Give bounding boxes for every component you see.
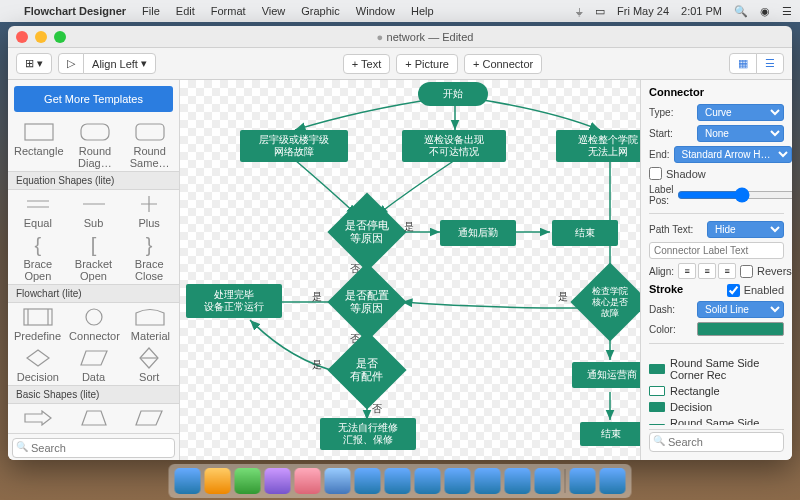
node-end-2[interactable]: 结束	[580, 422, 640, 446]
shape-parallelogram[interactable]	[125, 406, 173, 431]
shape-equal[interactable]: Equal	[14, 192, 62, 229]
shape-trapezoid[interactable]	[70, 406, 118, 431]
dock-app[interactable]	[385, 468, 411, 494]
menu-graphic[interactable]: Graphic	[301, 5, 340, 17]
menu-edit[interactable]: Edit	[176, 5, 195, 17]
align-center-button[interactable]: ≡	[698, 263, 716, 279]
view-list-button[interactable]: ☰	[756, 53, 784, 74]
shape-predefine[interactable]: Predefine	[14, 305, 61, 342]
node-fault[interactable]: 层宇级或楼宇级 网络故障	[240, 130, 348, 162]
node-end-1[interactable]: 结束	[552, 220, 618, 246]
node-cant-fix[interactable]: 无法自行维修 汇报、保修	[320, 418, 416, 450]
dock-app[interactable]	[445, 468, 471, 494]
svg-rect-1	[81, 124, 109, 140]
menu-file[interactable]: File	[142, 5, 160, 17]
list-item[interactable]: Decision	[649, 399, 784, 415]
dock-app[interactable]	[205, 468, 231, 494]
node-done[interactable]: 处理完毕 设备正常运行	[186, 284, 282, 318]
dock-app[interactable]	[600, 468, 626, 494]
color-swatch[interactable]	[697, 322, 784, 336]
node-notify-isp[interactable]: 通知运营商	[572, 362, 640, 388]
minimize-button[interactable]	[35, 31, 47, 43]
shape-rectangle[interactable]: Rectangle	[14, 120, 64, 169]
node-power-decision[interactable]: 是否停电 等原因	[327, 192, 406, 271]
menu-help[interactable]: Help	[411, 5, 434, 17]
node-core-decision[interactable]: 检查学院 核心是否 故障	[570, 262, 640, 341]
align-dropdown[interactable]: Align Left ▾	[83, 53, 156, 74]
start-label: Start:	[649, 128, 693, 139]
objects-search-input[interactable]	[649, 432, 784, 452]
enabled-checkbox[interactable]	[727, 284, 740, 297]
get-templates-button[interactable]: Get More Templates	[14, 86, 173, 112]
section-equation[interactable]: Equation Shapes (lite)	[8, 171, 179, 190]
shape-sort[interactable]: Sort	[125, 346, 173, 383]
list-item[interactable]: Round Same Side Corner Rec	[649, 355, 784, 383]
dock-app[interactable]	[535, 468, 561, 494]
dock-app[interactable]	[505, 468, 531, 494]
window-title: ● network — Edited	[66, 30, 784, 44]
end-select[interactable]: Standard Arrow H…	[674, 146, 792, 163]
shape-plus[interactable]: Plus	[125, 192, 173, 229]
zoom-button[interactable]	[54, 31, 66, 43]
dock-app[interactable]	[235, 468, 261, 494]
shape-round-diag[interactable]: Round Diag…	[72, 120, 119, 169]
canvas[interactable]: 开始 层宇级或楼宇级 网络故障 巡检设备出现 不可达情况 巡检整个学院 无法上网…	[180, 80, 640, 460]
type-select[interactable]: Curve	[697, 104, 784, 121]
view-grid-button[interactable]: ▦	[729, 53, 757, 74]
list-item[interactable]: Round Same Side Corner Rec	[649, 415, 784, 425]
dock-app[interactable]	[175, 468, 201, 494]
pointer-tool[interactable]: ▷	[58, 53, 84, 74]
menu-view[interactable]: View	[262, 5, 286, 17]
align-right-button[interactable]: ≡	[718, 263, 736, 279]
dock-app[interactable]	[415, 468, 441, 494]
section-flowchart[interactable]: Flowchart (lite)	[8, 284, 179, 303]
objects-list: Round Same Side Corner Rec Rectangle Dec…	[649, 355, 784, 425]
shape-brace-open[interactable]: {Brace Open	[14, 233, 62, 282]
dock-app[interactable]	[355, 468, 381, 494]
shape-bracket-open[interactable]: [Bracket Open	[70, 233, 118, 282]
battery-icon[interactable]: ▭	[595, 5, 605, 18]
section-basic[interactable]: Basic Shapes (lite)	[8, 385, 179, 404]
shape-brace-close[interactable]: }Brace Close	[125, 233, 173, 282]
connector-label-input[interactable]	[649, 242, 784, 259]
node-campus[interactable]: 巡检整个学院 无法上网	[556, 130, 640, 162]
macos-menubar: Flowchart Designer File Edit Format View…	[0, 0, 800, 22]
labelpos-slider[interactable]	[677, 187, 792, 203]
shape-round-same[interactable]: Round Same…	[126, 120, 173, 169]
add-text-button[interactable]: + Text	[343, 54, 390, 74]
wifi-icon[interactable]: ⏚	[576, 5, 583, 17]
align-left-button[interactable]: ≡	[678, 263, 696, 279]
dock-app[interactable]	[295, 468, 321, 494]
dock-app[interactable]	[475, 468, 501, 494]
siri-icon[interactable]: ◉	[760, 5, 770, 18]
add-connector-button[interactable]: + Connector	[464, 54, 542, 74]
list-item[interactable]: Rectangle	[649, 383, 784, 399]
node-notify-logistics[interactable]: 通知后勤	[440, 220, 516, 246]
start-select[interactable]: None	[697, 125, 784, 142]
shape-material[interactable]: Material	[128, 305, 173, 342]
dock-app[interactable]	[265, 468, 291, 494]
shapes-search-input[interactable]	[12, 438, 175, 458]
shape-arrow[interactable]	[14, 406, 62, 431]
shape-decision[interactable]: Decision	[14, 346, 62, 383]
dash-select[interactable]: Solid Line	[697, 301, 784, 318]
spotlight-icon[interactable]: 🔍	[734, 5, 748, 18]
node-spare-decision[interactable]: 是否 有配件	[327, 330, 406, 409]
library-dropdown[interactable]: ⊞ ▾	[16, 53, 52, 74]
reverse-checkbox[interactable]	[740, 265, 753, 278]
notifications-icon[interactable]: ☰	[782, 5, 792, 18]
shape-connector[interactable]: Connector	[69, 305, 120, 342]
app-name[interactable]: Flowchart Designer	[24, 5, 126, 17]
dock-app[interactable]	[570, 468, 596, 494]
dock-app[interactable]	[325, 468, 351, 494]
add-picture-button[interactable]: + Picture	[396, 54, 458, 74]
pathtext-select[interactable]: Hide	[707, 221, 784, 238]
menu-window[interactable]: Window	[356, 5, 395, 17]
node-start[interactable]: 开始	[418, 82, 488, 106]
menu-format[interactable]: Format	[211, 5, 246, 17]
node-inspect[interactable]: 巡检设备出现 不可达情况	[402, 130, 506, 162]
shadow-checkbox[interactable]	[649, 167, 662, 180]
close-button[interactable]	[16, 31, 28, 43]
shape-data[interactable]: Data	[70, 346, 118, 383]
shape-sub[interactable]: Sub	[70, 192, 118, 229]
